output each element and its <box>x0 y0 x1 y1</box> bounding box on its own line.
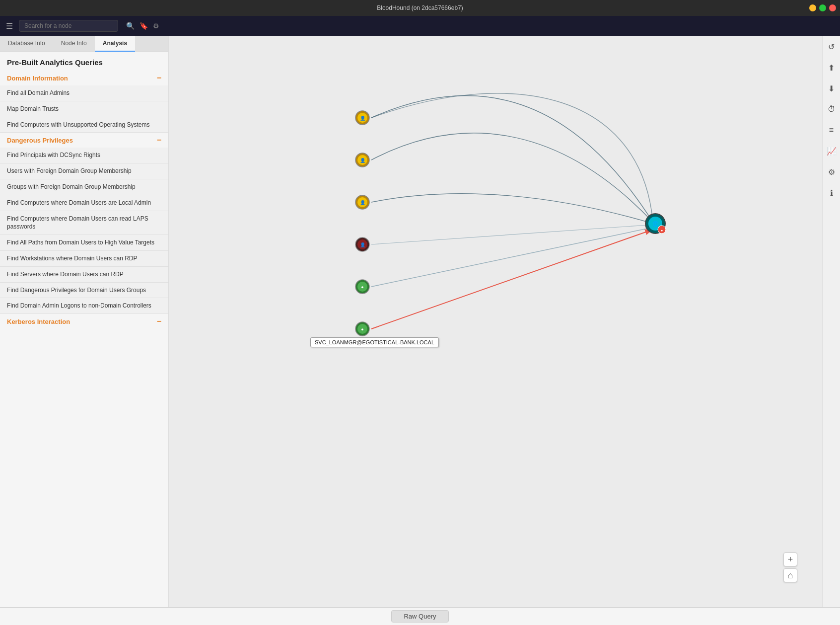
analytics-title: Pre-Built Analytics Queries <box>0 58 168 71</box>
raw-query-button[interactable]: Raw Query <box>391 610 448 623</box>
query-find-computers-local-admin[interactable]: Find Computers where Domain Users are Lo… <box>0 195 168 211</box>
section-label-kerberos: Kerberos Interaction <box>7 318 70 325</box>
query-find-dangerous-privileges[interactable]: Find Dangerous Privileges for Domain Use… <box>0 283 168 299</box>
query-find-principals-dcsync[interactable]: Find Principals with DCSync Rights <box>0 148 168 163</box>
section-header-dangerous-privileges[interactable]: Dangerous Privileges − <box>0 133 168 148</box>
query-find-workstations-rdp[interactable]: Find Workstations where Domain Users can… <box>0 251 168 267</box>
section-header-domain-information[interactable]: Domain Information − <box>0 71 168 85</box>
chart-icon[interactable]: 📈 <box>825 144 839 158</box>
sidebar: Database Info Node Info Analysis Pre-Bui… <box>0 36 169 607</box>
query-find-all-domain-admins[interactable]: Find all Domain Admins <box>0 85 168 101</box>
svg-text:●: ● <box>361 327 363 332</box>
graph-canvas[interactable]: 👤 👤 👤 👤 ● ● <box>169 36 822 607</box>
zoom-home-button[interactable]: ⌂ <box>783 568 797 582</box>
tab-database-info[interactable]: Database Info <box>0 36 53 52</box>
list-icon[interactable]: ≡ <box>825 123 839 137</box>
download-icon[interactable]: ⬇ <box>825 81 839 95</box>
zoom-in-button[interactable]: + <box>783 552 797 566</box>
right-toolbar: ↺ ⬆ ⬇ ⏱ ≡ 📈 ⚙ ℹ <box>822 36 840 607</box>
svg-text:👤: 👤 <box>360 157 366 163</box>
svg-text:👤: 👤 <box>360 200 366 206</box>
settings-icon[interactable]: ⚙ <box>825 165 839 179</box>
search-input[interactable] <box>19 20 118 32</box>
svg-text:👤: 👤 <box>360 115 366 121</box>
timer-icon[interactable]: ⏱ <box>825 102 839 116</box>
titlebar: BloodHound (on 2dca57666eb7) <box>0 0 840 16</box>
section-label-domain-information: Domain Information <box>7 75 68 82</box>
filter-icon[interactable]: ⚙ <box>153 22 159 30</box>
query-map-domain-trusts[interactable]: Map Domain Trusts <box>0 101 168 117</box>
maximize-button[interactable] <box>819 4 826 11</box>
svg-line-3 <box>371 227 654 287</box>
query-groups-foreign-domain[interactable]: Groups with Foreign Domain Group Members… <box>0 179 168 195</box>
collapse-icon-domain-information: − <box>157 74 161 82</box>
query-users-foreign-domain[interactable]: Users with Foreign Domain Group Membersh… <box>0 163 168 179</box>
graph-svg: 👤 👤 👤 👤 ● ● <box>169 36 822 607</box>
sidebar-content: Pre-Built Analytics Queries Domain Infor… <box>0 52 168 607</box>
svg-text:👤: 👤 <box>360 242 366 248</box>
collapse-icon-kerberos: − <box>157 317 161 326</box>
tab-analysis[interactable]: Analysis <box>95 36 135 52</box>
section-header-kerberos[interactable]: Kerberos Interaction − <box>0 314 168 329</box>
info-icon[interactable]: ℹ <box>825 186 839 200</box>
tab-bar: Database Info Node Info Analysis <box>0 36 168 52</box>
bottom-bar: Raw Query <box>0 607 840 625</box>
app-title: BloodHound (on 2dca57666eb7) <box>377 4 463 11</box>
svg-text:●: ● <box>661 229 663 232</box>
svg-line-2 <box>371 225 654 244</box>
svg-text:🌐: 🌐 <box>652 221 659 227</box>
bookmark-icon[interactable]: 🔖 <box>140 22 148 30</box>
query-find-domain-admin-logons[interactable]: Find Domain Admin Logons to non-Domain C… <box>0 298 168 314</box>
export-icon[interactable]: ⬆ <box>825 61 839 75</box>
zoom-controls: + ⌂ <box>783 552 797 582</box>
svg-text:●: ● <box>361 285 363 290</box>
query-find-all-paths-high-value[interactable]: Find All Paths from Domain Users to High… <box>0 235 168 251</box>
query-find-computers-laps[interactable]: Find Computers where Domain Users can re… <box>0 211 168 235</box>
refresh-icon[interactable]: ↺ <box>825 40 839 54</box>
query-find-servers-rdp[interactable]: Find Servers where Domain Users can RDP <box>0 267 168 283</box>
hamburger-icon[interactable]: ☰ <box>6 21 13 31</box>
collapse-icon-dangerous-privileges: − <box>157 136 161 145</box>
tab-node-info[interactable]: Node Info <box>53 36 95 52</box>
close-button[interactable] <box>829 4 836 11</box>
section-label-dangerous-privileges: Dangerous Privileges <box>7 137 73 144</box>
top-bar: ☰ 🔍 🔖 ⚙ <box>0 16 840 36</box>
svg-line-4 <box>371 230 653 329</box>
query-find-computers-unsupported-os[interactable]: Find Computers with Unsupported Operatin… <box>0 117 168 133</box>
minimize-button[interactable] <box>809 4 816 11</box>
search-icon[interactable]: 🔍 <box>126 22 135 30</box>
